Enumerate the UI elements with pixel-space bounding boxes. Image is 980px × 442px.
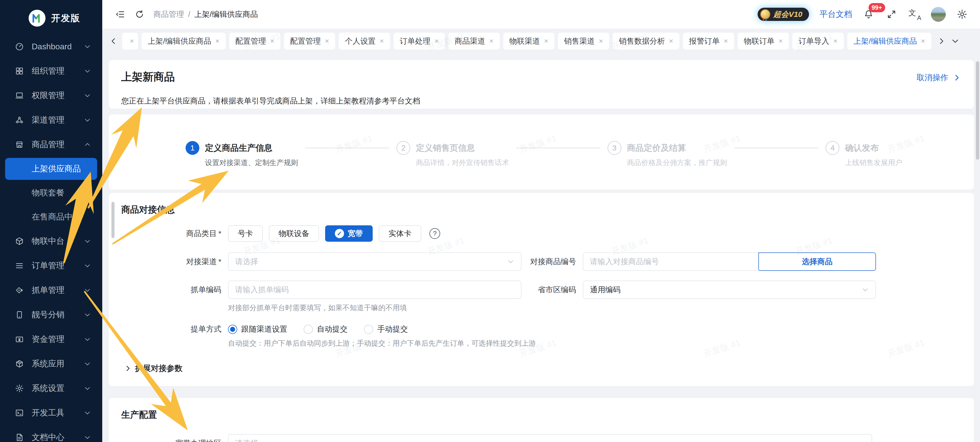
tab-label: 订单导入 bbox=[799, 36, 829, 46]
tab-close-icon[interactable]: × bbox=[599, 38, 603, 45]
category-option-button[interactable]: 号卡 bbox=[228, 225, 263, 242]
refresh-icon[interactable] bbox=[133, 8, 146, 21]
tab-9[interactable]: 报警订单× bbox=[683, 33, 734, 49]
tab-close-icon[interactable]: × bbox=[833, 38, 837, 45]
tab-close-icon[interactable]: × bbox=[270, 38, 274, 45]
tabs-scroll-left-icon[interactable] bbox=[108, 36, 119, 46]
cancel-action-link[interactable]: 取消操作 bbox=[916, 72, 961, 83]
expand-params-toggle[interactable]: 扩展对接参数 bbox=[121, 363, 962, 374]
channel-select[interactable]: 请选择 bbox=[228, 253, 522, 271]
radio-icon bbox=[364, 325, 373, 334]
tab-11[interactable]: 订单导入× bbox=[792, 33, 843, 49]
sidebar-item-label: 订单管理 bbox=[32, 260, 84, 271]
tabs-dropdown-icon[interactable] bbox=[950, 36, 960, 46]
sidebar-item-10[interactable]: 系统应用 bbox=[0, 351, 102, 376]
radio-label: 自动提交 bbox=[317, 324, 348, 334]
language-translate-icon[interactable]: 文 A bbox=[908, 8, 921, 21]
settings-gear-icon[interactable] bbox=[955, 8, 969, 21]
step-desc: 上线销售发展用户 bbox=[845, 158, 902, 168]
submit-mode-label: 提单方式 bbox=[121, 324, 228, 334]
tab-7[interactable]: 销售渠道× bbox=[558, 33, 609, 49]
product-no-input[interactable] bbox=[590, 257, 752, 266]
broadband-region-select[interactable]: 请选择 bbox=[228, 434, 872, 442]
wizard-step-4[interactable]: 4确认发布上线销售发展用户 bbox=[826, 141, 902, 189]
chevron-down-icon bbox=[507, 258, 514, 265]
tab-close-icon[interactable]: × bbox=[215, 38, 219, 45]
tab-10[interactable]: 物联订单× bbox=[738, 33, 789, 49]
tab-partial[interactable]: × bbox=[122, 33, 138, 49]
tab-close-icon[interactable]: × bbox=[434, 38, 439, 45]
capture-code-input[interactable] bbox=[235, 285, 514, 294]
sidebar-item-13[interactable]: 文档中心 bbox=[0, 425, 102, 442]
chevron-down-icon bbox=[84, 92, 91, 99]
category-option-button[interactable]: ✓宽带 bbox=[325, 225, 373, 242]
wizard-step-1[interactable]: 1定义商品生产信息设置对接渠道、定制生产规则 bbox=[186, 141, 298, 189]
tab-close-icon[interactable]: × bbox=[724, 38, 728, 45]
brand-logo-icon bbox=[29, 10, 46, 27]
tab-4[interactable]: 订单处理× bbox=[394, 33, 445, 49]
submit-mode-radio[interactable]: 自动提交 bbox=[304, 324, 348, 334]
content-area: 上架新商品 您正在上架平台供应商品，请根据表单引导完成商品上架，详细上架教程清参… bbox=[102, 54, 980, 442]
tab-close-icon[interactable]: × bbox=[921, 38, 925, 45]
notifications-bell-icon[interactable]: 99+ bbox=[862, 8, 875, 21]
radio-icon bbox=[228, 325, 237, 334]
tab-close-icon[interactable]: × bbox=[669, 38, 673, 45]
tab-12[interactable]: 上架/编辑供应商品× bbox=[847, 33, 931, 49]
chevron-up-icon bbox=[84, 141, 91, 148]
submit-mode-radio[interactable]: 手动提交 bbox=[364, 324, 408, 334]
sidebar-item-2[interactable]: 权限管理 bbox=[0, 83, 102, 108]
pick-product-button[interactable]: 选择商品 bbox=[758, 253, 876, 271]
tab-3[interactable]: 个人设置× bbox=[339, 33, 390, 49]
chevron-down-icon bbox=[862, 286, 869, 293]
sidebar-item-label: 组织管理 bbox=[32, 65, 84, 77]
category-option-button[interactable]: 实体卡 bbox=[379, 225, 421, 242]
sidebar-subitem[interactable]: 在售商品中心 bbox=[0, 205, 102, 229]
submit-mode-radio[interactable]: 跟随渠道设置 bbox=[228, 324, 287, 334]
platform-docs-link[interactable]: 平台文档 bbox=[819, 9, 852, 20]
tabs-scroll-right-icon[interactable] bbox=[936, 36, 947, 46]
sidebar-item-5[interactable]: 物联中台 bbox=[0, 229, 102, 253]
tab-1[interactable]: 配置管理× bbox=[229, 33, 280, 49]
wizard-step-2[interactable]: 2定义销售页信息商品详情，对外宣传销售话术 bbox=[396, 141, 509, 189]
sidebar-subitem[interactable]: 上架供应商品 bbox=[5, 158, 97, 180]
collapse-sidebar-icon[interactable] bbox=[113, 8, 127, 21]
sidebar-item-4[interactable]: 商品管理 bbox=[0, 132, 102, 157]
tab-close-icon[interactable]: × bbox=[489, 38, 493, 45]
fullscreen-icon[interactable] bbox=[885, 8, 898, 21]
wizard-step-3[interactable]: 3商品定价及结算商品价格及分佣方案，推广规则 bbox=[608, 141, 727, 189]
tab-close-icon[interactable]: × bbox=[779, 38, 783, 45]
tab-label: 上架/编辑供应商品 bbox=[853, 36, 917, 46]
user-avatar[interactable] bbox=[931, 7, 946, 22]
sidebar-item-8[interactable]: 靓号分销 bbox=[0, 302, 102, 327]
tab-close-icon[interactable]: × bbox=[325, 38, 329, 45]
chevron-down-icon bbox=[84, 262, 91, 269]
tab-0[interactable]: 上架/编辑供应商品× bbox=[142, 33, 226, 49]
tab-close-icon[interactable]: × bbox=[130, 38, 134, 45]
category-option-button[interactable]: 物联设备 bbox=[269, 225, 319, 242]
tab-2[interactable]: 配置管理× bbox=[284, 33, 335, 49]
inner-scrollbar-thumb[interactable] bbox=[111, 202, 115, 238]
sidebar-item-9[interactable]: 资金管理 bbox=[0, 327, 102, 351]
tab-close-icon[interactable]: × bbox=[380, 38, 383, 45]
sidebar-item-3[interactable]: 渠道管理 bbox=[0, 108, 102, 132]
sidebar-item-dashboard[interactable]: Dashboard bbox=[0, 34, 102, 59]
tab-5[interactable]: 商品渠道× bbox=[448, 33, 500, 49]
sidebar-item-12[interactable]: 开发工具 bbox=[0, 401, 102, 425]
tab-8[interactable]: 销售数据分析× bbox=[613, 33, 679, 49]
sidebar-item-6[interactable]: 订单管理 bbox=[0, 253, 102, 278]
sidebar-subitem[interactable]: 物联套餐 bbox=[0, 181, 102, 205]
tab-close-icon[interactable]: × bbox=[544, 38, 548, 45]
sidebar-item-1[interactable]: 组织管理 bbox=[0, 59, 102, 83]
sidebar-item-7[interactable]: 抓单管理 bbox=[0, 278, 102, 302]
tab-6[interactable]: 物联渠道× bbox=[503, 33, 554, 49]
broadband-region-label: 宽带办理地区 bbox=[121, 438, 228, 442]
window-scrollbar-thumb[interactable] bbox=[976, 61, 979, 160]
sidebar-item-11[interactable]: 系统设置 bbox=[0, 376, 102, 401]
region-code-select[interactable]: 通用编码 bbox=[583, 281, 876, 299]
storefront-icon bbox=[15, 140, 24, 149]
help-question-icon[interactable]: ? bbox=[430, 228, 440, 239]
capture-code-input-box bbox=[228, 281, 522, 299]
breadcrumb-section[interactable]: 商品管理 bbox=[153, 9, 184, 20]
card-title: 生产配置 bbox=[121, 409, 962, 421]
vip-badge[interactable]: 超会V10 bbox=[757, 7, 810, 22]
